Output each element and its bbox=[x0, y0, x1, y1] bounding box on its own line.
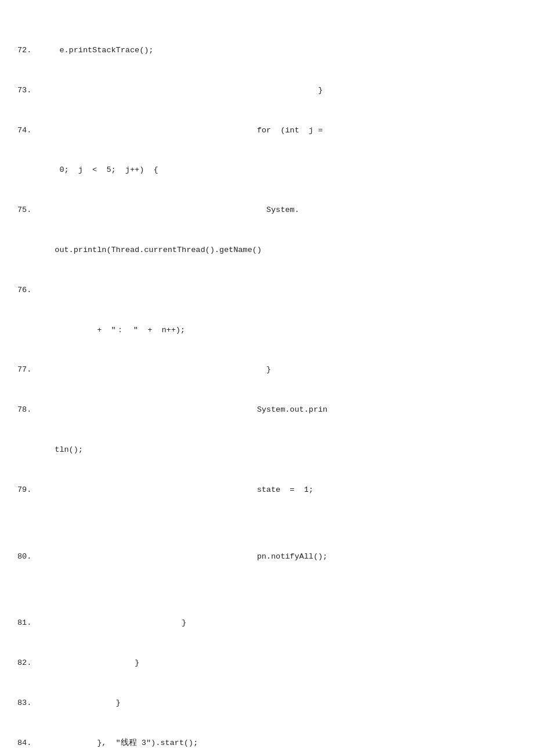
code-line-83: 83. } bbox=[17, 697, 517, 710]
code-line-81: 81. } bbox=[17, 617, 517, 630]
code-line-74: 74. for (int j = bbox=[17, 124, 517, 138]
code-line-75: 75. System. bbox=[17, 204, 517, 217]
code-line-82: 82. } bbox=[17, 657, 517, 670]
code-line-84: 84. }, "线程 3").start(); bbox=[17, 737, 517, 750]
code-line-80: 80. pn.notifyAll(); bbox=[17, 550, 517, 564]
code-line-73: 73. } bbox=[17, 84, 517, 98]
code-line-79: 79. state = 1; bbox=[17, 484, 517, 497]
code-line-77: 77. } bbox=[17, 363, 517, 377]
code-line-74b: 0; j < 5; j++) { bbox=[17, 164, 517, 177]
code-line-72: 72. e.printStackTrace(); bbox=[17, 44, 517, 57]
code-line-78: 78. System.out.prin bbox=[17, 404, 517, 417]
code-line-75b: out.println(Thread.currentThread().getNa… bbox=[17, 244, 517, 257]
code-line-76: 76. bbox=[17, 284, 517, 297]
code-section-1: 72. e.printStackTrace(); 73. } 74. for (… bbox=[17, 12, 517, 756]
code-line-78b: tln(); bbox=[17, 444, 517, 457]
code-line-76b: + "： " + n++); bbox=[17, 324, 517, 337]
